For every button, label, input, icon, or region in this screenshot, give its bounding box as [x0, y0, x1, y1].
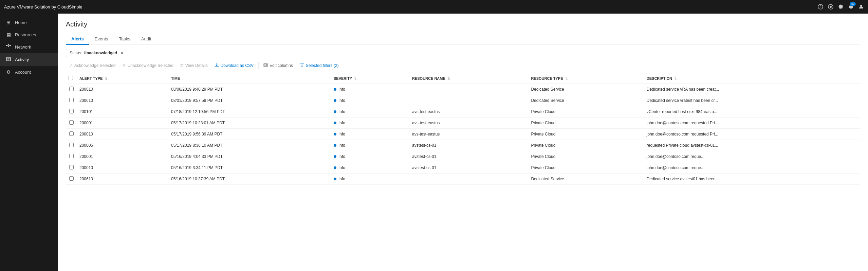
resources-icon: ▦: [5, 32, 12, 37]
page-title: Activity: [66, 20, 860, 28]
help-icon[interactable]: ?: [818, 4, 823, 10]
edit-columns-icon: [263, 63, 268, 68]
unacknowledge-icon: ✕: [122, 63, 126, 68]
description-sort-icon[interactable]: ⇅: [674, 77, 677, 80]
content-area: Activity Alerts Events Tasks Audit Statu…: [58, 14, 868, 271]
filter-close-icon[interactable]: ✕: [121, 51, 124, 55]
severity-label: Info: [338, 87, 345, 92]
header-description[interactable]: DESCRIPTION ⇅: [644, 73, 860, 84]
cell-resource-type: Private Cloud: [528, 140, 644, 151]
header-time[interactable]: TIME ↓: [168, 73, 331, 84]
edit-columns-button[interactable]: Edit columns: [260, 61, 296, 70]
cell-resource-type: Private Cloud: [528, 118, 644, 129]
status-filter[interactable]: Status: Unacknowledged ✕: [66, 49, 127, 57]
sidebar-item-network[interactable]: Network: [0, 41, 58, 53]
edit-columns-label: Edit columns: [270, 63, 293, 68]
severity-label: Info: [338, 177, 345, 181]
table-body: 200610 08/06/2019 9:40:29 PM PDT Info De…: [66, 84, 860, 185]
home-icon: ⊞: [5, 20, 12, 25]
header-resource-name-label: RESOURCE NAME: [412, 76, 445, 80]
cell-severity: Info: [331, 140, 409, 151]
row-checkbox-3[interactable]: [69, 120, 74, 125]
row-checkbox-5[interactable]: [69, 143, 74, 147]
cell-description: Dedicated service vRA has been creat...: [644, 84, 860, 95]
header-alert-type-label: ALERT TYPE: [79, 76, 103, 80]
row-checkbox-cell: [66, 174, 77, 185]
selected-filters-label: Selected filters (2): [306, 63, 339, 68]
severity-label: Info: [338, 121, 345, 125]
cell-alert-type: 200610: [77, 174, 168, 185]
tab-tasks[interactable]: Tasks: [114, 34, 136, 45]
download-button[interactable]: Download as CSV: [211, 61, 257, 70]
svg-rect-6: [8, 44, 9, 45]
tab-alerts[interactable]: Alerts: [66, 34, 89, 45]
sidebar-item-activity-label: Activity: [15, 57, 29, 62]
cell-description: requested Private cloud avstest-cs-01...: [644, 140, 860, 151]
row-checkbox-2[interactable]: [69, 109, 74, 113]
cell-severity: Info: [331, 95, 409, 106]
sidebar-item-network-label: Network: [15, 44, 31, 50]
cell-resource-type: Dedicated Service: [528, 95, 644, 106]
tab-events[interactable]: Events: [89, 34, 114, 45]
resource-name-sort-icon[interactable]: ⇅: [447, 77, 450, 80]
sidebar-item-activity[interactable]: Activity: [0, 53, 58, 66]
view-details-button[interactable]: ⊡ View Details: [177, 61, 211, 70]
row-checkbox-8[interactable]: [69, 176, 74, 181]
cell-description: john.doe@contoso.com reque...: [644, 162, 860, 174]
severity-label: Info: [338, 132, 345, 137]
toolbar: ✓ Acknowledge Selected ✕ Unacknowledge S…: [66, 61, 860, 73]
select-all-checkbox[interactable]: [69, 76, 73, 80]
row-checkbox-6[interactable]: [69, 154, 74, 158]
cell-description: Dedicated service avstest01 has been ...: [644, 174, 860, 185]
download-icon: [215, 63, 219, 68]
acknowledge-button[interactable]: ✓ Acknowledge Selected: [66, 61, 119, 70]
cell-description: Dedicated service vratest has been cr...: [644, 95, 860, 106]
alerts-table: ALERT TYPE ⇅ TIME ↓ SEVERITY ⇅ RESOURCE …: [66, 73, 860, 185]
header-severity-label: SEVERITY: [334, 76, 352, 80]
cell-resource-type: Private Cloud: [528, 151, 644, 162]
header-severity[interactable]: SEVERITY ⇅: [331, 73, 409, 84]
time-sort-icon[interactable]: ↓: [182, 77, 184, 80]
cell-resource-name: [409, 174, 528, 185]
app-title: Azure VMware Solution by CloudSimple: [4, 4, 82, 10]
cell-alert-type: 200001: [77, 118, 168, 129]
alert-type-sort-icon[interactable]: ⇅: [105, 77, 108, 80]
sidebar-item-resources[interactable]: ▦ Resources: [0, 29, 58, 41]
portal-icon[interactable]: [828, 4, 833, 10]
row-checkbox-1[interactable]: [69, 98, 74, 102]
severity-label: Info: [338, 154, 345, 159]
view-details-label: View Details: [185, 63, 208, 68]
cell-resource-name: avs-test-eastus: [409, 118, 528, 129]
sidebar-item-home[interactable]: ⊞ Home: [0, 16, 58, 29]
main-layout: ⊞ Home ▦ Resources Network: [0, 14, 868, 271]
unacknowledge-button[interactable]: ✕ Unacknowledge Selected: [119, 61, 177, 70]
notifications-icon[interactable]: 37: [848, 4, 854, 10]
row-checkbox-cell: [66, 140, 77, 151]
resource-type-sort-icon[interactable]: ⇅: [565, 77, 568, 80]
header-alert-type[interactable]: ALERT TYPE ⇅: [77, 73, 168, 84]
header-resource-type[interactable]: RESOURCE TYPE ⇅: [528, 73, 644, 84]
svg-point-3: [830, 6, 832, 8]
cell-resource-name: [409, 84, 528, 95]
row-checkbox-0[interactable]: [69, 87, 74, 91]
sidebar-item-home-label: Home: [15, 20, 27, 25]
cell-severity: Info: [331, 118, 409, 129]
severity-label: Info: [338, 143, 345, 148]
settings-icon[interactable]: [838, 4, 844, 10]
header-resource-name[interactable]: RESOURCE NAME ⇅: [409, 73, 528, 84]
user-icon[interactable]: [858, 4, 864, 10]
selected-filters-button[interactable]: Selected filters (2): [296, 61, 342, 70]
activity-icon: [5, 57, 12, 62]
sidebar-item-account[interactable]: ⚙ Account: [0, 66, 58, 78]
row-checkbox-4[interactable]: [69, 131, 74, 136]
table-row: 200010 05/17/2019 9:56:39 AM PDT Info av…: [66, 129, 860, 140]
cell-resource-name: avstest-cs-01: [409, 151, 528, 162]
tab-audit[interactable]: Audit: [136, 34, 157, 45]
row-checkbox-7[interactable]: [69, 165, 74, 169]
cell-alert-type: 200101: [77, 106, 168, 118]
sidebar: ⊞ Home ▦ Resources Network: [0, 14, 58, 271]
header-checkbox-cell: [66, 73, 77, 84]
severity-sort-icon[interactable]: ⇅: [354, 77, 357, 80]
cell-description: vCenter reported host esxi-984-eastu...: [644, 106, 860, 118]
cell-description: john.doe@contoso.com reque...: [644, 151, 860, 162]
